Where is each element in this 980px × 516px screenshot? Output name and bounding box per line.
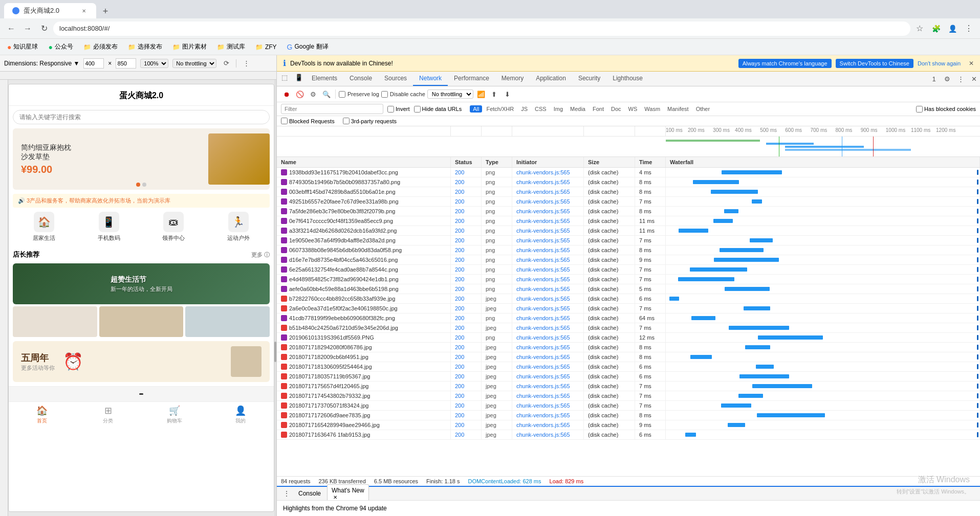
extension-btn[interactable]: 🧩 (929, 21, 943, 36)
notification-close-btn[interactable]: ✕ (969, 60, 974, 67)
close-devtools-btn[interactable]: ✕ (968, 73, 980, 85)
table-row[interactable]: 2a6e0c0ea37d1e5f0f2ac3e406198850c.jpg 20… (277, 304, 980, 313)
console-tabs-kebab[interactable]: ⋮ (281, 489, 292, 498)
table-row[interactable]: e4d489854825c73f82ad9690424e1db1.png 200… (277, 275, 980, 284)
search-input[interactable] (13, 110, 270, 124)
reload-btn[interactable]: ↻ (37, 21, 51, 36)
filter-fetch-xhr[interactable]: Fetch/XHR (483, 105, 517, 113)
table-row[interactable]: b72822760ccc4bb892cc658b33af939e.jpg 200… (277, 294, 980, 304)
throttling-select[interactable]: No throttling (172, 59, 216, 68)
nav-cart[interactable]: 🛒 购物车 (141, 402, 208, 427)
table-row[interactable]: 20180717181306095f254464.jpg 200 jpeg ch… (277, 362, 980, 372)
filter-js[interactable]: JS (518, 105, 531, 113)
product-thumb-2[interactable] (99, 306, 184, 337)
preview-scrollbar[interactable] (274, 80, 276, 516)
col-status[interactable]: Status (451, 157, 482, 167)
col-time[interactable]: Time (635, 157, 666, 167)
tab-elements[interactable]: Elements (306, 72, 343, 86)
menu-btn[interactable]: ⋮ (962, 21, 976, 36)
match-language-btn[interactable]: Always match Chrome's language (738, 59, 832, 68)
table-row[interactable]: 201906101319S3961df5569.PNG 200 png chun… (277, 333, 980, 343)
table-row[interactable]: a33f3214d24b6268d0262dcb16a93fd2.png 200… (277, 226, 980, 236)
table-row[interactable]: 201807171654289949aee29466.jpg 200 jpeg … (277, 420, 980, 430)
settings-badge-btn[interactable]: 1 (928, 73, 940, 85)
switch-chinese-btn[interactable]: Switch DevTools to Chinese (836, 59, 913, 68)
table-row[interactable]: 20180717182942080f086786.jpg 200 jpeg ch… (277, 343, 980, 352)
tab-application[interactable]: Application (530, 72, 572, 86)
table-row[interactable]: 06073388b08e9845b6db6b90d83da0f58.png 20… (277, 245, 980, 255)
console-tab-console[interactable]: Console (294, 488, 325, 499)
table-row[interactable]: 003ebfff145bd74289b8ad5510b6a01e.png 200… (277, 187, 980, 197)
table-row[interactable]: 7a5fde286eb3c79e80be0b3f82f2079b.png 200… (277, 207, 980, 216)
disable-cache-check[interactable] (381, 91, 388, 98)
table-row[interactable]: 20180717175657d4f120465.jpg 200 jpeg chu… (277, 382, 980, 391)
clear-btn[interactable]: 🚫 (294, 88, 306, 100)
record-btn[interactable]: ⏺ (281, 88, 292, 100)
zoom-select[interactable]: 100% (140, 59, 168, 68)
filter-manifest[interactable]: Manifest (664, 105, 692, 113)
tab-memory[interactable]: Memory (495, 72, 530, 86)
has-blocked-check[interactable] (916, 106, 923, 113)
back-btn[interactable]: ← (4, 21, 18, 36)
more-link[interactable]: 更多 ⓘ (251, 251, 270, 259)
has-blocked-label[interactable]: Has blocked cookies (916, 106, 976, 113)
export-btn[interactable]: ⬇ (502, 88, 513, 100)
device-btn[interactable]: 📱 (293, 72, 304, 83)
invert-check-label[interactable]: Invert (387, 106, 410, 113)
tab-security[interactable]: Security (572, 72, 606, 86)
hide-data-check-label[interactable]: Hide data URLs (414, 106, 462, 113)
network-table[interactable]: Name Status Type Initiator Size Time Wat… (277, 157, 980, 476)
table-row[interactable]: 201807171636476 1fab9153.jpg 200 jpeg ch… (277, 430, 980, 440)
filter-ws[interactable]: WS (625, 105, 641, 113)
col-name[interactable]: Name (277, 157, 451, 167)
bookmark-btn[interactable]: ☆ (912, 21, 927, 36)
more-options-btn[interactable]: ⋮ (241, 58, 252, 69)
table-row[interactable]: 20180717180357119b95367.jpg 200 jpeg chu… (277, 372, 980, 382)
table-row[interactable]: 41cdb778199f99ebebb6090680f382fc.png 200… (277, 313, 980, 323)
bookmark-translate[interactable]: G Google 翻译 (284, 41, 332, 52)
table-row[interactable]: b51b4840c24250a67210d59e345e206d.jpg 200… (277, 323, 980, 333)
category-coupon[interactable]: 🎟 领券中心 (142, 212, 205, 242)
disable-cache-label[interactable]: Disable cache (381, 91, 425, 98)
more-tabs-btn[interactable]: ⋮ (954, 73, 967, 85)
browser-tab[interactable]: 蛋火商城2.0 ✕ (4, 3, 96, 18)
table-row[interactable]: 20180717174543802b79332.jpg 200 jpeg chu… (277, 391, 980, 401)
filter-all[interactable]: All (470, 105, 482, 113)
bookmark-publish1[interactable]: 📁 必须发布 (80, 41, 121, 52)
table-row[interactable]: 20180717182009cb6bf4951.jpg 200 jpeg chu… (277, 352, 980, 362)
import-btn[interactable]: ⬆ (489, 88, 500, 100)
tab-lighthouse[interactable]: Lighthouse (606, 72, 649, 86)
table-row[interactable]: 8749305b19496b7b5b0b098837357a80.png 200… (277, 177, 980, 187)
table-row[interactable]: 20180717173705071f83424.jpg 200 jpeg chu… (277, 401, 980, 411)
bookmark-gongzhonghao[interactable]: ● 公众号 (45, 41, 76, 52)
offline-btn[interactable]: 📶 (475, 88, 487, 100)
filter-img[interactable]: Img (551, 105, 566, 113)
table-row[interactable]: aefe0a60bb4c59e88a1d463bbe6b5198.png 200… (277, 284, 980, 294)
table-row[interactable]: d16e7e7bd8735e4bf04cc5a463c65016.png 200… (277, 255, 980, 265)
tab-network[interactable]: Network (413, 72, 448, 86)
tab-sources[interactable]: Sources (378, 72, 413, 86)
tab-performance[interactable]: Performance (448, 72, 495, 86)
settings-btn[interactable]: ⚙ (941, 73, 953, 85)
table-row[interactable]: 1938bdd93e11675179b20410dabef3cc.png 200… (277, 168, 980, 177)
col-waterfall[interactable]: Waterfall (666, 157, 980, 167)
filter-font[interactable]: Font (590, 105, 607, 113)
product-thumb-1[interactable] (13, 306, 97, 337)
preserve-log-check[interactable] (339, 91, 345, 98)
table-row[interactable]: 20180717172606d9aee7835.jpg 200 jpeg chu… (277, 411, 980, 420)
bookmark-zhishi[interactable]: ● 知识星球 (4, 41, 41, 52)
filter-wasm[interactable]: Wasm (641, 105, 663, 113)
blocked-requests-label[interactable]: Blocked Requests (281, 118, 335, 124)
mobile-frame[interactable]: 蛋火商城2.0 简约细亚麻抱枕沙发草垫 ¥99.00 (8, 84, 274, 512)
bookmark-test[interactable]: 📁 测试库 (214, 41, 248, 52)
new-tab-btn[interactable]: + (98, 4, 113, 18)
throttling-select-network[interactable]: No throttling Fast 3G Slow 3G (427, 89, 473, 99)
product-thumb-3[interactable] (185, 306, 270, 337)
category-home[interactable]: 🏠 居家生活 (13, 212, 76, 242)
bookmark-zfy[interactable]: 📁 ZFY (252, 42, 280, 52)
preserve-log-label[interactable]: Preserve log (339, 91, 379, 98)
invert-check[interactable] (387, 106, 394, 113)
filter-input[interactable] (281, 104, 383, 114)
blocked-requests-check[interactable] (281, 118, 288, 124)
table-row[interactable]: 0e7f6417ccccc90cf48f1359ea85ecc9.png 200… (277, 216, 980, 226)
